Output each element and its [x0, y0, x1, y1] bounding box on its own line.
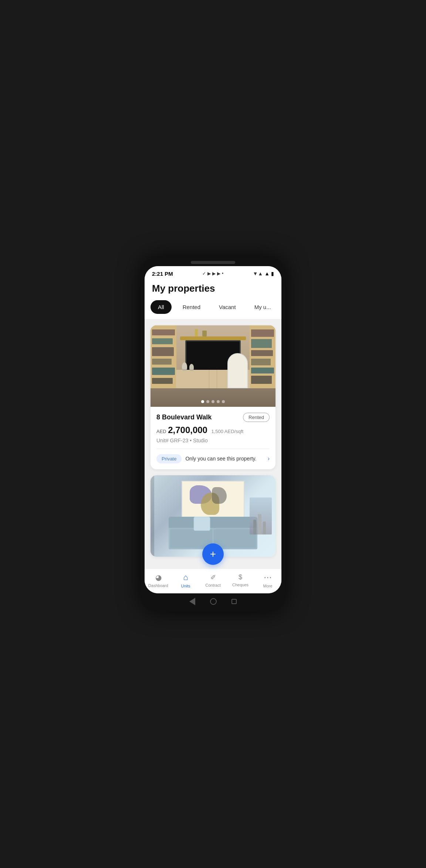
- youtube-icon-3: ▶: [217, 271, 220, 276]
- contract-icon: ✐: [210, 573, 216, 582]
- tabs-container: All Rented Vacant My u...: [145, 300, 281, 319]
- window-view: [250, 497, 272, 534]
- wall-strip: [151, 475, 154, 557]
- building-3: [263, 522, 266, 534]
- arch-door: [227, 353, 248, 388]
- building-1: [253, 520, 256, 534]
- price-amount-1: 2,700,000: [168, 425, 207, 435]
- youtube-icon-2: ▶: [212, 271, 216, 276]
- cheques-icon: $: [239, 573, 242, 581]
- tab-myunits[interactable]: My u...: [247, 300, 278, 314]
- content-area: 8 Boulevard Walk Rented AED 2,700,000 1,…: [145, 319, 281, 569]
- dot-icon: •: [222, 271, 223, 276]
- unit-type: Studio: [193, 438, 208, 443]
- phone-frame: 2:21 PM ✓ ▶ ▶ ▶ • ▼▲ ▲ ▮ My properties A…: [141, 257, 285, 611]
- property-card-1[interactable]: 8 Boulevard Walk Rented AED 2,700,000 1,…: [151, 325, 275, 469]
- bookshelf-left: [151, 325, 176, 388]
- nav-item-more[interactable]: ⋯ More: [257, 573, 279, 588]
- nav-item-contract[interactable]: ✐ Contract: [202, 573, 224, 587]
- nav-item-units[interactable]: ⌂ Units: [175, 573, 197, 588]
- status-right: ▼▲ ▲ ▮: [253, 271, 274, 277]
- fab-container: +: [202, 543, 224, 565]
- phone-nav-bar: [145, 593, 281, 607]
- visibility-text: Only you can see this property.: [185, 456, 256, 462]
- plus-icon: +: [210, 549, 216, 559]
- decor-2: [202, 331, 207, 336]
- floating-shelf: [180, 336, 246, 340]
- unit-number: Unit# GRF-23: [156, 438, 188, 443]
- youtube-icon-1: ▶: [207, 271, 211, 276]
- status-badge-1: Rented: [243, 413, 270, 422]
- property-image-1: [151, 325, 275, 407]
- more-icon: ⋯: [264, 573, 272, 582]
- dot-4: [217, 400, 220, 403]
- recents-button[interactable]: [231, 599, 237, 604]
- page-title: My properties: [152, 283, 274, 294]
- visibility-badge: Private: [156, 454, 182, 463]
- home-button[interactable]: [210, 598, 217, 605]
- nav-label-more: More: [263, 584, 272, 588]
- arrow-right-icon[interactable]: ›: [268, 455, 270, 462]
- card-title-row: 8 Boulevard Walk Rented: [156, 413, 270, 422]
- art-splash-dark: [212, 487, 227, 504]
- tab-vacant[interactable]: Vacant: [212, 300, 243, 314]
- nav-label-cheques: Cheques: [232, 583, 248, 587]
- dot-1: [201, 400, 204, 403]
- header: My properties: [145, 279, 281, 300]
- image-dots: [201, 400, 225, 403]
- status-icons: ✓ ▶ ▶ ▶ •: [202, 271, 223, 276]
- unit-separator: •: [190, 438, 193, 443]
- vase-1: [182, 362, 187, 371]
- room-floor: [151, 388, 275, 407]
- price-row-1: AED 2,700,000 1,500 AED/sqft: [156, 425, 270, 435]
- back-button[interactable]: [189, 598, 195, 605]
- dot-5: [222, 400, 225, 403]
- add-property-button[interactable]: +: [202, 543, 224, 565]
- nav-label-dashboard: Dashboard: [148, 583, 168, 588]
- price-currency-1: AED: [156, 429, 166, 434]
- nav-item-dashboard[interactable]: ◕ Dashboard: [147, 573, 169, 588]
- couch-pillow: [194, 517, 210, 531]
- status-time: 2:21 PM: [152, 271, 173, 277]
- battery-icon: ▮: [271, 271, 274, 277]
- wifi-signal-icon: ▲: [264, 271, 270, 277]
- building-2: [258, 514, 261, 534]
- decor-1: [195, 329, 198, 336]
- card-divider: [156, 449, 270, 449]
- property-name-1: 8 Boulevard Walk: [156, 413, 212, 421]
- tab-rented[interactable]: Rented: [175, 300, 208, 314]
- units-icon: ⌂: [183, 573, 188, 582]
- nav-label-units: Units: [181, 584, 190, 588]
- nav-label-contract: Contract: [205, 583, 221, 587]
- wifi-icon: ▼▲: [253, 271, 263, 277]
- price-per-sqft-1: 1,500 AED/sqft: [211, 429, 243, 434]
- unit-info-1: Unit# GRF-23 • Studio: [156, 438, 270, 443]
- nav-item-cheques[interactable]: $ Cheques: [229, 573, 251, 587]
- tab-all[interactable]: All: [151, 300, 172, 314]
- dot-3: [212, 400, 214, 403]
- dashboard-icon: ◕: [155, 573, 162, 582]
- private-row[interactable]: Private Only you can see this property. …: [156, 454, 270, 463]
- vase-2: [189, 364, 194, 371]
- card-info-1: 8 Boulevard Walk Rented AED 2,700,000 1,…: [151, 407, 275, 469]
- phone-notch: [191, 261, 235, 264]
- bottom-nav: ◕ Dashboard ⌂ Units ✐ Contract $ Cheques…: [145, 569, 281, 593]
- dot-2: [206, 400, 209, 403]
- check-icon: ✓: [202, 271, 206, 276]
- phone-screen: 2:21 PM ✓ ▶ ▶ ▶ • ▼▲ ▲ ▮ My properties A…: [145, 266, 281, 593]
- couch-back: [169, 517, 257, 528]
- bookshelf-right: [250, 325, 275, 388]
- status-bar: 2:21 PM ✓ ▶ ▶ ▶ • ▼▲ ▲ ▮: [145, 266, 281, 279]
